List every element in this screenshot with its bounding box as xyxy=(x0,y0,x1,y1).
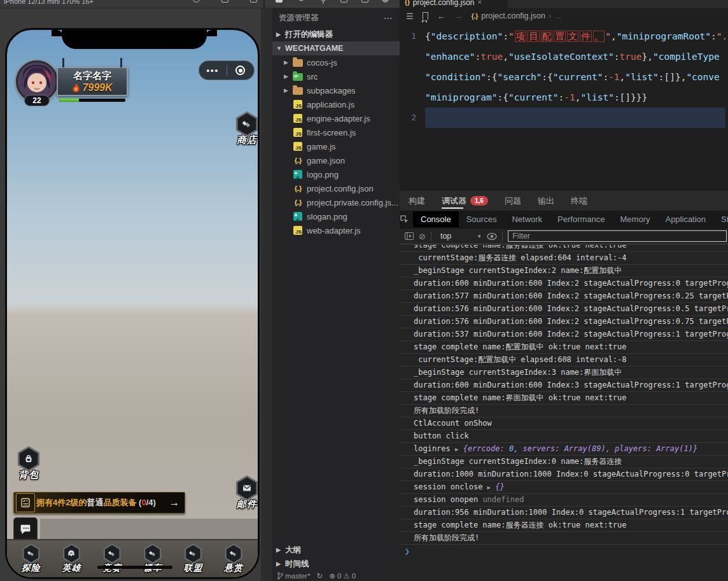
devtools-tab-application[interactable]: Application xyxy=(657,211,713,227)
devtools-tab-memory[interactable]: Memory xyxy=(613,211,658,227)
js-icon: JS xyxy=(293,128,302,137)
tab-close-icon[interactable]: × xyxy=(478,0,482,6)
mail-label: 邮件 xyxy=(232,498,260,510)
file-row-cocos-js[interactable]: ▶cocos-js xyxy=(272,55,400,69)
devtools-tab-storage[interactable]: Storage xyxy=(713,211,728,227)
file-row-subpackages[interactable]: ▶subpackages xyxy=(272,83,400,97)
chat-button[interactable] xyxy=(13,517,38,542)
code-token: }, xyxy=(642,52,653,62)
console-text: stage complete name:服务器连接 ok:true next:t… xyxy=(414,521,627,529)
player-name-plate[interactable]: 名字名字 7999K xyxy=(57,67,128,96)
live-expression-eye-icon[interactable] xyxy=(487,233,497,240)
nav-item-探险[interactable]: 探险 xyxy=(13,543,49,574)
file-row-engine-adapter.js[interactable]: JSengine-adapter.js xyxy=(272,111,400,125)
chevron-right-icon: ▶ xyxy=(276,561,285,567)
devtools-tab-sources[interactable]: Sources xyxy=(459,211,505,227)
sync-button[interactable]: ↻ xyxy=(317,571,323,580)
console-prompt[interactable]: ❯ xyxy=(400,545,728,559)
devtools-tab-performance[interactable]: Performance xyxy=(550,211,612,227)
console-log-list[interactable]: stage complete name:服务器连接 ok:true next:t… xyxy=(400,245,728,568)
panel-tab-问题[interactable]: 问题 xyxy=(505,191,521,211)
avatar-icon[interactable] xyxy=(380,0,390,6)
console-row: _beginStage currentStageIndex:0 name:服务器… xyxy=(400,456,728,468)
timeline-label: 时间线 xyxy=(285,559,309,570)
mail-button[interactable]: 邮件 xyxy=(232,475,260,510)
open-editors-section[interactable]: ▶ 打开的编辑器 xyxy=(272,27,400,41)
file-row-game.js[interactable]: JSgame.js xyxy=(272,139,400,153)
file-row-application.js[interactable]: JSapplication.js xyxy=(272,97,400,111)
capsule-close-button[interactable] xyxy=(227,66,255,75)
shop-button[interactable]: 商店 xyxy=(232,111,260,146)
home-indicator xyxy=(97,566,172,569)
context-selector[interactable]: top ▼ xyxy=(437,232,482,241)
filter-input[interactable] xyxy=(508,230,727,242)
quest-banner[interactable]: 拥有4件2级的普通品质装备 (0/4) → xyxy=(13,492,185,514)
eyedropper-icon[interactable]: ⚲ xyxy=(318,0,328,6)
wrench-icon[interactable]: ⌁ xyxy=(296,0,306,6)
quest-text-segment: 普通 xyxy=(87,498,103,507)
device-selector[interactable]: iPhone 12/13 mini 170% 16+ xyxy=(4,0,94,5)
panel-icon[interactable] xyxy=(248,0,258,6)
code-editor[interactable]: 1{"description":"项目配置文件。","miniprogramRo… xyxy=(400,24,728,191)
panel-tab-构建[interactable]: 构建 xyxy=(409,191,425,211)
file-row-project.config.json[interactable]: {..}project.config.json xyxy=(272,181,400,195)
warning-count: 0 xyxy=(352,572,356,580)
quest-arrow-icon[interactable]: → xyxy=(169,497,179,508)
code-token: :[]}, xyxy=(659,72,687,82)
nav-item-竞赛[interactable]: 竞赛 xyxy=(94,543,130,574)
nav-item-悬赏[interactable]: 悬赏 xyxy=(216,543,251,574)
player-avatar[interactable]: 22 xyxy=(16,60,58,102)
console-text: duration:1000 minDuration:1000 Index:0 s… xyxy=(414,470,728,479)
timeline-section[interactable]: ▶ 时间线 xyxy=(272,557,400,571)
bag-button[interactable]: 背包 xyxy=(13,446,44,481)
forward-icon[interactable]: → xyxy=(454,11,463,21)
breadcrumb-more[interactable]: ... xyxy=(554,11,561,20)
context-label: top xyxy=(440,232,451,241)
devtools-tab-network[interactable]: Network xyxy=(504,211,550,227)
list-icon[interactable]: ☰ xyxy=(406,11,414,21)
problems-summary[interactable]: ⊗0 ⚠0 xyxy=(329,571,356,580)
console-sidebar-icon[interactable] xyxy=(405,232,414,240)
panel-tab-调试器[interactable]: 调试器1,6 xyxy=(442,191,488,211)
panel-tab-输出[interactable]: 输出 xyxy=(538,191,554,211)
js-file-icon: JS xyxy=(292,142,304,151)
record-icon[interactable] xyxy=(191,0,201,6)
file-row-game.json[interactable]: {..}game.json xyxy=(272,153,400,167)
outline-section[interactable]: ▶ 大纲 xyxy=(272,543,400,557)
handshake-icon xyxy=(188,549,198,559)
inspect-element-icon[interactable] xyxy=(400,214,409,224)
explorer-more-button[interactable]: ⋯ xyxy=(384,13,393,23)
project-root-row[interactable]: ▼ WECHATGAME xyxy=(272,41,400,55)
bookmark-icon[interactable] xyxy=(423,12,428,20)
file-row-first-screen.js[interactable]: JSfirst-screen.js xyxy=(272,125,400,139)
file-row-logo.png[interactable]: logo.png xyxy=(272,167,400,181)
target-icon xyxy=(235,66,245,75)
panel-tab-终端[interactable]: 终端 xyxy=(571,191,587,211)
code-token: true xyxy=(480,52,503,62)
back-icon[interactable]: ← xyxy=(437,11,445,21)
device-icon[interactable] xyxy=(220,0,230,6)
breadcrumb-file-name: project.config.json xyxy=(481,11,545,20)
git-branch-icon xyxy=(277,572,283,580)
devtools-tab-console[interactable]: Console xyxy=(413,211,459,227)
layout-window-icon[interactable] xyxy=(360,0,370,6)
file-row-web-adapter.js[interactable]: JSweb-adapter.js xyxy=(272,223,400,237)
panel-divider[interactable] xyxy=(261,8,272,581)
file-row-src[interactable]: ▶src xyxy=(272,69,400,83)
breadcrumb-file[interactable]: {.} project.config.json › ... xyxy=(472,11,561,20)
nav-item-英雄[interactable]: 英雄 xyxy=(53,543,89,574)
git-branch-item[interactable]: master* xyxy=(277,572,311,580)
clear-console-icon[interactable]: ⊘ xyxy=(419,232,426,241)
nav-item-联盟[interactable]: 联盟 xyxy=(175,543,211,574)
file-row-slogan.png[interactable]: slogan.png xyxy=(272,209,400,223)
nav-item-镖车[interactable]: 镖车 xyxy=(135,543,171,574)
capsule-more-button[interactable]: ••• xyxy=(199,66,227,75)
layout-columns-icon[interactable] xyxy=(339,0,349,6)
console-text: loginres xyxy=(414,444,455,453)
tab-project-config-json[interactable]: {} project.config.json × xyxy=(400,0,508,8)
editor-tab-strip: {} project.config.json × xyxy=(400,0,728,8)
console-text: duration:537 minDuration:600 Index:2 sta… xyxy=(414,330,728,339)
breadcrumb: ☰ ← → {.} project.config.json › ... xyxy=(400,8,728,24)
file-row-project.private.config.js...[interactable]: {..}project.private.config.js... xyxy=(272,195,400,209)
split-editor-icon[interactable] xyxy=(274,0,284,6)
